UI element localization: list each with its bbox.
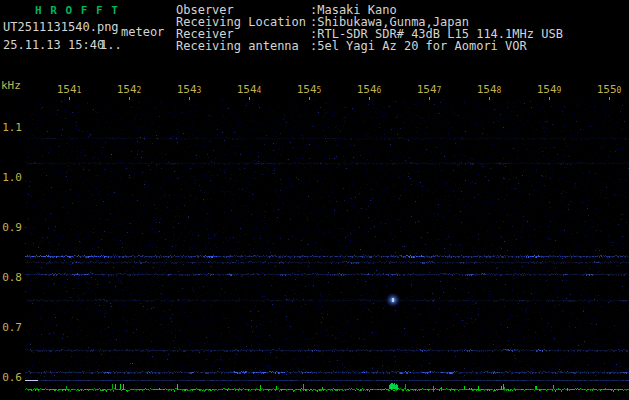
x-tick-label: 1547 (417, 83, 442, 96)
x-tick-label: 1549 (537, 83, 562, 96)
x-tick-label: 1546 (357, 83, 382, 96)
y-tick-label: 1.1 (0, 122, 22, 133)
x-tick-label: 1548 (477, 83, 502, 96)
y-axis-unit-label: kHz (1, 80, 21, 91)
datetime-label: 25.11.13 15:40 (3, 39, 104, 51)
mode-label: meteor (121, 26, 164, 38)
y-tick-label: 0.8 (0, 272, 22, 283)
noise-level-strip-canvas (25, 378, 629, 400)
image-count-label: 1.. (100, 39, 122, 51)
y-tick-label: 1.0 (0, 172, 22, 183)
x-tick-label: 1541 (57, 83, 82, 96)
output-filename: UT2511131540.png (3, 21, 119, 33)
info-value: :5el Yagi Az 20 for Aomori VOR (310, 40, 527, 52)
y-tick-label: 0.7 (0, 322, 22, 333)
x-tick-label: 1542 (117, 83, 142, 96)
x-tick-label: 1545 (297, 83, 322, 96)
x-tick-label: 1544 (237, 83, 262, 96)
y-tick-label: 0.9 (0, 222, 22, 233)
hrofft-output-image: H R O F F T UT2511131540.png meteor 25.1… (0, 0, 629, 400)
x-tick-label: 1550 (597, 83, 622, 96)
info-label: Receiving antenna (176, 40, 299, 52)
y-tick-label: 0.6 (0, 372, 22, 383)
spectrogram-canvas (25, 100, 629, 377)
x-tick-label: 1543 (177, 83, 202, 96)
app-title: H R O F F T (35, 5, 119, 16)
